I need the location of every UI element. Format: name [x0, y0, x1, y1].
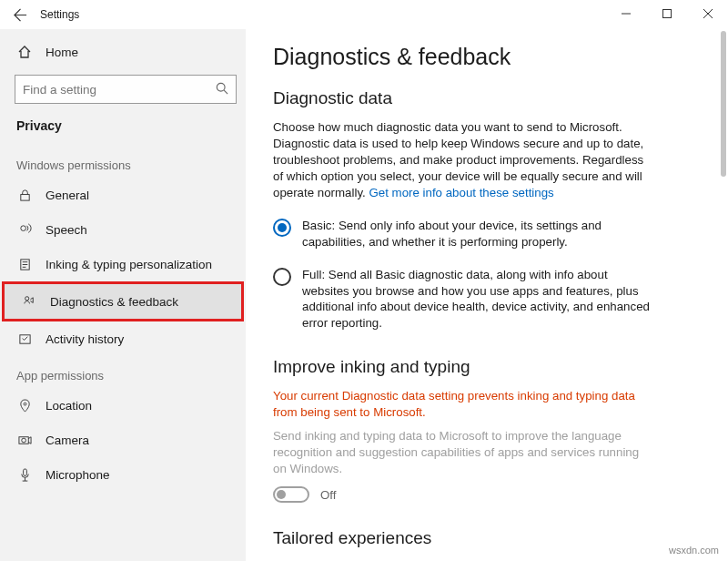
svg-rect-2: [20, 194, 28, 200]
sidebar: Home Privacy Windows permissions General…: [0, 29, 246, 561]
inking-warning: Your current Diagnostic data setting pre…: [273, 388, 655, 421]
sidebar-category: Privacy: [0, 113, 246, 146]
inking-toggle-label: Off: [320, 488, 337, 502]
diagnostic-data-description: Choose how much diagnostic data you want…: [273, 119, 655, 201]
svg-point-1: [217, 83, 225, 91]
history-icon: [16, 332, 33, 346]
sidebar-item-camera[interactable]: Camera: [0, 423, 246, 457]
search-input-container[interactable]: [15, 75, 237, 104]
watermark: wsxdn.com: [669, 545, 719, 556]
back-arrow-icon: [14, 8, 27, 22]
clipboard-icon: [16, 258, 33, 271]
sidebar-item-label: Location: [46, 399, 92, 413]
improve-inking-heading: Improve inking and typing: [273, 357, 708, 377]
minimize-icon: [622, 9, 631, 18]
sidebar-item-activity[interactable]: Activity history: [0, 321, 246, 356]
close-icon: [703, 9, 713, 18]
sidebar-home[interactable]: Home: [0, 35, 246, 69]
radio-basic-label: Basic: Send only info about your device,…: [302, 218, 655, 250]
titlebar: Settings: [0, 0, 728, 29]
camera-icon: [16, 434, 33, 447]
sidebar-item-microphone[interactable]: Microphone: [0, 457, 246, 492]
svg-rect-0: [662, 10, 671, 18]
window-controls: [605, 0, 728, 27]
feedback-icon: [21, 295, 37, 309]
close-button[interactable]: [687, 0, 728, 27]
diagnostic-data-heading: Diagnostic data: [273, 88, 708, 108]
radio-icon: [273, 268, 291, 286]
back-button[interactable]: [7, 2, 33, 27]
lock-icon: [16, 189, 33, 202]
svg-point-3: [20, 225, 25, 230]
sidebar-item-label: Inking & typing personalization: [46, 258, 212, 271]
page-title: Diagnostics & feedback: [273, 44, 708, 70]
more-info-link[interactable]: Get more info about these settings: [369, 186, 553, 199]
search-icon: [216, 82, 228, 97]
group-app-permissions: App permissions: [0, 356, 246, 388]
svg-point-5: [25, 296, 28, 300]
sidebar-item-label: Microphone: [46, 468, 110, 482]
sidebar-item-label: Camera: [46, 434, 89, 447]
scrollbar-thumb[interactable]: [721, 31, 726, 177]
svg-rect-10: [23, 468, 26, 475]
radio-full-label: Full: Send all Basic diagnostic data, al…: [302, 267, 655, 332]
maximize-button[interactable]: [646, 0, 687, 27]
inking-toggle-row: Off: [273, 486, 708, 503]
home-icon: [16, 45, 33, 59]
sidebar-item-general[interactable]: General: [0, 178, 246, 212]
speech-icon: [16, 223, 33, 237]
radio-full[interactable]: Full: Send all Basic diagnostic data, al…: [273, 267, 655, 332]
app-title: Settings: [40, 8, 79, 21]
highlight-box: Diagnostics & feedback: [2, 281, 244, 321]
microphone-icon: [16, 468, 33, 482]
sidebar-item-label: General: [46, 189, 89, 202]
sidebar-item-inking[interactable]: Inking & typing personalization: [0, 247, 246, 281]
search-input[interactable]: [23, 83, 216, 97]
radio-icon-selected: [273, 219, 291, 237]
minimize-button[interactable]: [605, 0, 646, 27]
sidebar-item-label: Diagnostics & feedback: [50, 295, 178, 309]
inking-description: Send inking and typing data to Microsoft…: [273, 428, 655, 477]
maximize-icon: [662, 9, 672, 18]
sidebar-item-speech[interactable]: Speech: [0, 212, 246, 247]
sidebar-item-location[interactable]: Location: [0, 388, 246, 423]
sidebar-item-label: Speech: [46, 223, 87, 237]
radio-basic[interactable]: Basic: Send only info about your device,…: [273, 218, 655, 250]
sidebar-item-diagnostics[interactable]: Diagnostics & feedback: [5, 284, 241, 319]
location-icon: [16, 399, 33, 413]
home-label: Home: [46, 46, 78, 59]
content-pane: Diagnostics & feedback Diagnostic data C…: [246, 29, 728, 561]
group-windows-permissions: Windows permissions: [0, 146, 246, 178]
svg-point-9: [21, 438, 25, 443]
svg-point-7: [24, 403, 26, 405]
tailored-experiences-heading: Tailored experiences: [273, 528, 708, 548]
sidebar-item-label: Activity history: [46, 332, 124, 346]
inking-toggle[interactable]: [273, 486, 309, 503]
